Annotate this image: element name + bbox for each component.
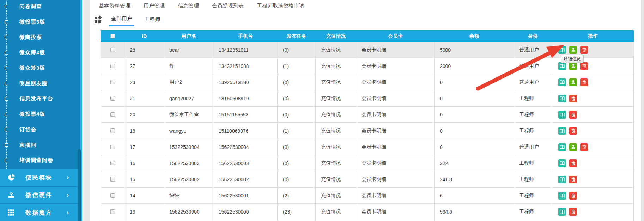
engineer-button[interactable] xyxy=(569,62,577,70)
sidebar-item[interactable]: 培训调查问卷 xyxy=(0,153,82,168)
sidebar-scrollbar-thumb[interactable] xyxy=(78,149,81,221)
sidebar-item-label: 问卷调查 xyxy=(19,3,42,10)
grid-layout-icon[interactable] xyxy=(95,17,101,23)
engineer-button[interactable] xyxy=(569,143,577,151)
delete-button[interactable] xyxy=(569,208,577,216)
delete-button[interactable] xyxy=(580,46,588,54)
open-book-icon xyxy=(559,177,565,182)
sidebar-item[interactable]: 微投票4版 xyxy=(0,107,82,122)
nav-item-withdraw-list[interactable]: 会员提现列表 xyxy=(212,2,244,9)
cell-member-card-link[interactable]: 会员卡明细 xyxy=(356,204,435,220)
cell-member-card-link[interactable]: 会员卡明细 xyxy=(356,58,435,74)
nav-item-info-management[interactable]: 信息管理 xyxy=(178,2,199,9)
delete-button[interactable] xyxy=(569,192,577,200)
detail-button[interactable] xyxy=(558,143,566,151)
tree-node-bullet xyxy=(5,143,8,147)
cell-recharge-link[interactable]: 充值情况 xyxy=(316,42,356,58)
tab-engineers[interactable]: 工程师 xyxy=(142,14,162,26)
cell-member-card-link[interactable]: 会员卡明细 xyxy=(356,123,435,139)
engineer-button[interactable] xyxy=(569,46,577,54)
cell-member-card-link[interactable]: 会员卡明细 xyxy=(356,139,435,155)
cell-recharge-link[interactable]: 充值情况 xyxy=(316,204,356,220)
cell-id: 17 xyxy=(124,139,164,155)
row-checkbox[interactable] xyxy=(110,112,115,117)
cell-recharge-link[interactable]: 充值情况 xyxy=(316,58,356,74)
select-all-checkbox[interactable] xyxy=(110,34,115,38)
table-row: 131562253000015622530000(23)充值情况会员卡明细534… xyxy=(101,204,634,220)
sidebar-item[interactable]: 微众筹3版 xyxy=(0,61,82,76)
sidebar-item[interactable]: 微众筹2版 xyxy=(0,45,82,61)
tab-all-users[interactable]: 全部用户 xyxy=(109,13,134,26)
table-row: 14快快15622530001(2)充值情况会员卡明细6工程师 xyxy=(101,188,634,204)
sidebar-module[interactable]: 数据魔方› xyxy=(0,204,82,221)
delete-button[interactable] xyxy=(580,78,588,86)
cell-recharge-link[interactable]: 充值情况 xyxy=(316,139,356,155)
sidebar-item[interactable]: 订货会 xyxy=(0,122,82,138)
page-scrollbar[interactable] xyxy=(641,0,644,221)
row-checkbox[interactable] xyxy=(110,48,115,52)
nav-item-user-management[interactable]: 用户管理 xyxy=(144,2,165,9)
nav-item-engineer-cancel[interactable]: 工程师取消资格申请 xyxy=(257,2,304,9)
cell-member-card-link[interactable]: 会员卡明细 xyxy=(356,107,435,122)
detail-button[interactable] xyxy=(558,111,566,119)
actions-cell xyxy=(552,90,634,106)
detail-button[interactable] xyxy=(558,78,566,86)
trash-icon xyxy=(571,209,576,214)
sidebar-module[interactable]: 便民模块› xyxy=(0,169,82,186)
nav-item-basic-info[interactable]: 基本资料管理 xyxy=(99,2,130,9)
delete-button[interactable] xyxy=(569,176,577,183)
detail-button[interactable] xyxy=(558,159,566,167)
cell-recharge-link[interactable]: 充值情况 xyxy=(316,171,356,187)
cell-recharge-link[interactable]: 充值情况 xyxy=(316,90,356,106)
sidebar-item[interactable]: 直播间 xyxy=(0,137,82,153)
delete-button[interactable] xyxy=(569,159,577,167)
row-checkbox[interactable] xyxy=(110,96,115,101)
user-tabs-row: 全部用户 工程师 xyxy=(90,13,162,26)
sidebar-item[interactable]: 明星朋友圈 xyxy=(0,76,82,91)
detail-button[interactable] xyxy=(558,95,566,102)
detail-button[interactable] xyxy=(558,208,566,216)
row-checkbox[interactable] xyxy=(110,193,115,198)
engineer-button[interactable] xyxy=(569,78,577,86)
trash-icon xyxy=(582,47,587,52)
cell-member-card-link[interactable]: 会员卡明细 xyxy=(356,90,435,106)
cell-id: 20 xyxy=(124,107,164,122)
sidebar-item[interactable]: 微商投票 xyxy=(0,30,82,45)
cell-member-card-link[interactable]: 会员卡明细 xyxy=(356,155,435,171)
row-checkbox[interactable] xyxy=(110,209,115,214)
cell-member-card-link[interactable]: 会员卡明细 xyxy=(356,42,435,58)
sidebar-item[interactable]: 微投票3版 xyxy=(0,14,82,30)
detail-button[interactable] xyxy=(558,176,566,183)
cell-recharge-link[interactable]: 充值情况 xyxy=(316,123,356,139)
detail-button[interactable] xyxy=(558,127,566,135)
sidebar-item[interactable]: 信息发布平台 xyxy=(0,91,82,107)
detail-button[interactable] xyxy=(558,62,566,70)
cell-recharge-link[interactable]: 充值情况 xyxy=(316,74,356,90)
delete-button[interactable] xyxy=(569,95,577,102)
row-checkbox[interactable] xyxy=(110,64,115,68)
cell-balance: 0 xyxy=(435,123,514,139)
row-checkbox[interactable] xyxy=(110,80,115,84)
row-checkbox[interactable] xyxy=(110,161,115,165)
row-checkbox[interactable] xyxy=(110,145,115,149)
cell-member-card-link[interactable]: 会员卡明细 xyxy=(356,74,435,90)
cell-member-card-link[interactable]: 会员卡明细 xyxy=(356,171,435,187)
sidebar-item[interactable]: 问卷调查 xyxy=(0,0,82,14)
trash-icon xyxy=(582,63,587,69)
detail-button[interactable] xyxy=(558,192,566,200)
sidebar-module[interactable]: 微信硬件› xyxy=(0,187,82,203)
cell-recharge-link[interactable]: 充值情况 xyxy=(316,107,356,122)
delete-button[interactable] xyxy=(580,62,588,70)
admin-page: 问卷调查微投票3版微商投票微众筹2版微众筹3版明星朋友圈信息发布平台微投票4版订… xyxy=(0,0,644,221)
row-checkbox-cell xyxy=(101,107,124,122)
delete-button[interactable] xyxy=(580,143,588,151)
row-checkbox[interactable] xyxy=(110,128,115,133)
cell-member-card-link[interactable]: 会员卡明细 xyxy=(356,188,435,203)
cell-recharge-link[interactable]: 充值情况 xyxy=(316,188,356,203)
detail-button[interactable] xyxy=(558,46,566,54)
delete-button[interactable] xyxy=(569,111,577,119)
delete-button[interactable] xyxy=(569,127,577,135)
cell-recharge-link[interactable]: 充值情况 xyxy=(316,155,356,171)
row-checkbox[interactable] xyxy=(110,177,115,182)
cell-username: 15622530000 xyxy=(164,204,213,220)
